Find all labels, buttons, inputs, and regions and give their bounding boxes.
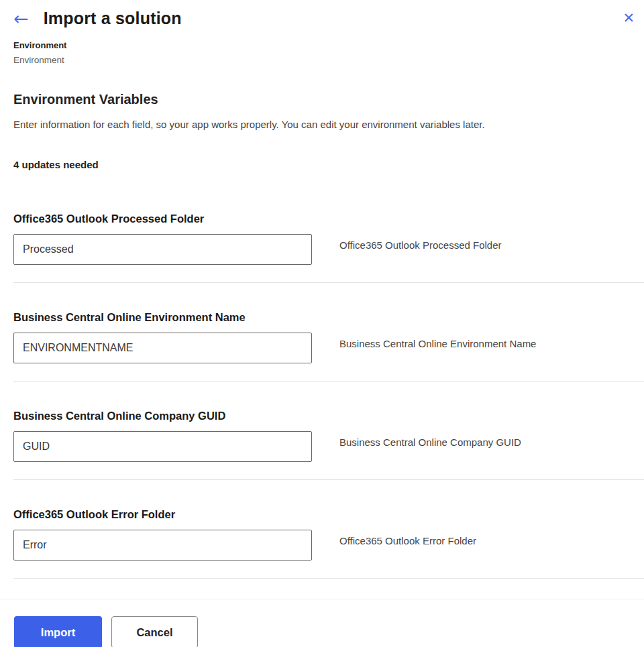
field-row: Business Central Online Company GUID <box>13 431 644 462</box>
processed-folder-input[interactable] <box>13 234 312 265</box>
footer-actions: Import Cancel <box>0 599 644 647</box>
import-solution-panel: ← Import a solution ✕ Environment Enviro… <box>0 0 644 647</box>
divider <box>13 381 644 381</box>
field-office365-processed-folder: Office365 Outlook Processed Folder Offic… <box>13 213 644 283</box>
field-label: Business Central Online Company GUID <box>13 410 644 422</box>
environment-meta: Environment Environment <box>0 31 644 65</box>
back-button[interactable]: ← <box>13 9 29 27</box>
field-label: Business Central Online Environment Name <box>13 311 644 324</box>
fields-list: Office365 Outlook Processed Folder Offic… <box>0 213 644 579</box>
field-row: Office365 Outlook Processed Folder <box>13 234 644 265</box>
field-bc-environment-name: Business Central Online Environment Name… <box>13 311 644 381</box>
field-bc-company-guid: Business Central Online Company GUID Bus… <box>13 410 644 480</box>
field-label: Office365 Outlook Error Folder <box>13 508 644 521</box>
close-button[interactable]: ✕ <box>623 11 635 25</box>
close-icon: ✕ <box>623 10 635 26</box>
divider <box>13 282 644 283</box>
updates-needed-notice: 4 updates needed <box>13 159 644 170</box>
field-description: Business Central Online Company GUID <box>339 431 521 448</box>
environment-label: Environment <box>13 40 644 50</box>
import-button[interactable]: Import <box>14 616 102 647</box>
company-guid-input[interactable] <box>13 431 312 462</box>
environment-name-input[interactable] <box>13 333 312 363</box>
field-row: Business Central Online Environment Name <box>13 333 644 363</box>
field-description: Business Central Online Environment Name <box>339 333 536 349</box>
field-description: Office365 Outlook Error Folder <box>339 530 476 546</box>
page-title: Import a solution <box>44 9 182 28</box>
error-folder-input[interactable] <box>13 530 312 561</box>
cancel-button[interactable]: Cancel <box>111 616 198 647</box>
field-row: Office365 Outlook Error Folder <box>13 530 644 561</box>
environment-value: Environment <box>13 55 644 65</box>
field-office365-error-folder: Office365 Outlook Error Folder Office365… <box>13 508 644 579</box>
divider <box>13 578 644 579</box>
divider <box>13 479 644 480</box>
field-label: Office365 Outlook Processed Folder <box>13 213 644 225</box>
panel-header: ← Import a solution ✕ <box>0 0 644 31</box>
section-description: Enter information for each field, so you… <box>13 119 644 130</box>
environment-variables-section: Environment Variables Enter information … <box>0 65 644 170</box>
section-heading: Environment Variables <box>13 92 644 107</box>
field-description: Office365 Outlook Processed Folder <box>339 234 502 251</box>
back-arrow-icon: ← <box>13 8 29 29</box>
